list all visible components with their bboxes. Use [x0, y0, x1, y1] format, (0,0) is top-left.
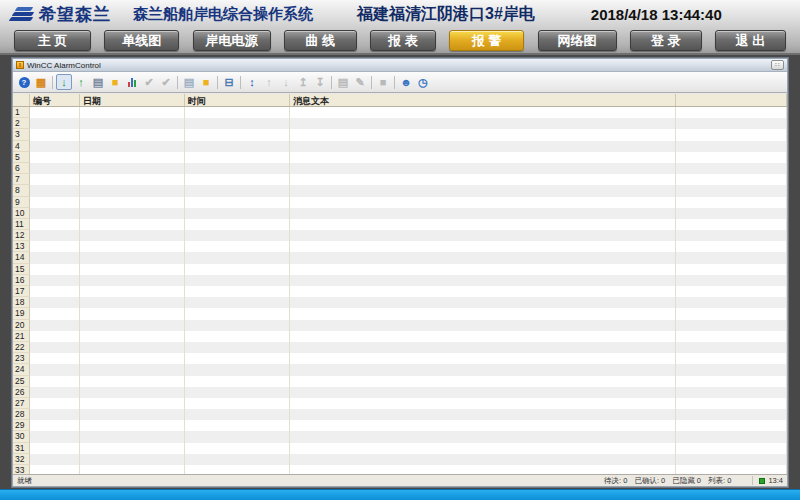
table-row[interactable]: 25	[13, 376, 787, 387]
cell-time	[185, 443, 290, 454]
selection-icon[interactable]: ✎	[352, 74, 368, 90]
cell-number	[30, 465, 80, 474]
cell-number	[30, 185, 80, 196]
bottom-taskbar	[0, 489, 800, 500]
table-row[interactable]: 24	[13, 364, 787, 375]
window-options-button[interactable]: ∷	[771, 60, 784, 70]
cell-date	[80, 431, 185, 442]
lock-list-icon[interactable]: ■	[107, 74, 123, 90]
table-row[interactable]: 32	[13, 454, 787, 465]
row-number-cell: 22	[13, 342, 30, 353]
cell-date	[80, 465, 185, 474]
lock-dialog-icon[interactable]: ■	[198, 74, 214, 90]
table-row[interactable]: 14	[13, 252, 787, 263]
table-row[interactable]: 7	[13, 174, 787, 185]
cell-filler	[676, 420, 787, 431]
previous-message-glyph: ↧	[315, 77, 324, 88]
nav-button-network-diagram[interactable]: 网络图	[538, 30, 617, 51]
table-row[interactable]: 18	[13, 297, 787, 308]
cell-filler	[676, 152, 787, 163]
cell-time	[185, 208, 290, 219]
last-message-icon[interactable]: ↓	[278, 74, 294, 90]
nav-button-curve[interactable]: 曲 线	[284, 30, 357, 51]
column-header-message-text[interactable]: 消息文本	[290, 94, 676, 106]
comments-icon[interactable]: ▤	[335, 74, 351, 90]
cell-message-text	[290, 230, 676, 241]
cell-number	[30, 297, 80, 308]
table-row[interactable]: 20	[13, 320, 787, 331]
table-row[interactable]: 1	[13, 107, 787, 118]
message-list-icon[interactable]: ↓	[56, 74, 72, 90]
cell-filler	[676, 364, 787, 375]
row-number-cell: 8	[13, 185, 30, 196]
cell-message-text	[290, 107, 676, 118]
configuration-icon[interactable]: ▦	[33, 74, 49, 90]
previous-message-icon[interactable]: ↧	[312, 74, 328, 90]
column-header-date[interactable]: 日期	[80, 94, 185, 106]
table-row[interactable]: 30	[13, 431, 787, 442]
table-row[interactable]: 4	[13, 141, 787, 152]
alarm-window-titlebar[interactable]: ! WinCC AlarmControl ∷	[13, 59, 787, 72]
table-row[interactable]: 13	[13, 241, 787, 252]
cell-message-text	[290, 208, 676, 219]
nav-button-single-line-diagram[interactable]: 单线图	[104, 30, 179, 51]
acknowledge-icon[interactable]: ✔	[141, 74, 157, 90]
table-row[interactable]: 3	[13, 129, 787, 140]
group-acknowledge-icon[interactable]: ✔	[158, 74, 174, 90]
column-header-number[interactable]: 编号	[30, 94, 80, 106]
table-row[interactable]: 31	[13, 443, 787, 454]
table-row[interactable]: 28	[13, 409, 787, 420]
nav-button-home[interactable]: 主 页	[14, 30, 91, 51]
cell-time	[185, 398, 290, 409]
help-icon[interactable]: ?	[16, 74, 32, 90]
table-row[interactable]: 27	[13, 398, 787, 409]
configuration-glyph: ▦	[36, 77, 46, 88]
nav-button-report[interactable]: 报 表	[370, 30, 436, 51]
time-base-icon[interactable]: ◷	[415, 74, 431, 90]
table-row[interactable]: 12	[13, 230, 787, 241]
cell-number	[30, 219, 80, 230]
table-row[interactable]: 8	[13, 185, 787, 196]
emergency-acknowledge-icon[interactable]: ☻	[398, 74, 414, 90]
table-row[interactable]: 16	[13, 275, 787, 286]
table-row[interactable]: 23	[13, 353, 787, 364]
column-header-time[interactable]: 时间	[185, 94, 290, 106]
long-term-archive-icon[interactable]: ▤	[90, 74, 106, 90]
statusbar-counters: 待决: 0已确认: 0已隐藏 0列表: 013:4	[604, 476, 783, 486]
column-header-row-number[interactable]	[13, 94, 30, 106]
info-text-icon[interactable]: ▤	[181, 74, 197, 90]
cell-message-text	[290, 152, 676, 163]
nav-button-shore-power-supply[interactable]: 岸电电源	[193, 30, 271, 51]
cell-date	[80, 219, 185, 230]
next-message-icon[interactable]: ↥	[295, 74, 311, 90]
lock-icon[interactable]: ■	[375, 74, 391, 90]
table-row[interactable]: 26	[13, 387, 787, 398]
table-row[interactable]: 5	[13, 152, 787, 163]
table-row[interactable]: 10	[13, 208, 787, 219]
table-row[interactable]: 21	[13, 331, 787, 342]
table-row[interactable]: 33	[13, 465, 787, 474]
print-icon[interactable]: ⊟	[221, 74, 237, 90]
alarm-toolbar: ?▦↓↑▤■✔✔▤■⊟↕↑↓↥↧▤✎■☻◷	[13, 72, 787, 93]
toolbar-separator	[217, 76, 218, 89]
short-term-archive-icon[interactable]: ↑	[73, 74, 89, 90]
status-list: 列表: 0	[708, 476, 731, 486]
table-row[interactable]: 15	[13, 264, 787, 275]
table-row[interactable]: 29	[13, 420, 787, 431]
first-message-icon[interactable]: ↑	[261, 74, 277, 90]
statistics-icon[interactable]	[124, 74, 140, 90]
column-header-filler[interactable]	[676, 94, 787, 106]
table-row[interactable]: 6	[13, 163, 787, 174]
nav-button-login[interactable]: 登 录	[630, 30, 702, 51]
row-number-cell: 14	[13, 252, 30, 263]
nav-button-alarm[interactable]: 报 警	[449, 30, 524, 51]
table-row[interactable]: 17	[13, 286, 787, 297]
table-row[interactable]: 22	[13, 342, 787, 353]
table-row[interactable]: 9	[13, 197, 787, 208]
cell-date	[80, 230, 185, 241]
table-row[interactable]: 2	[13, 118, 787, 129]
autoscroll-icon[interactable]: ↕	[244, 74, 260, 90]
nav-button-exit[interactable]: 退 出	[715, 30, 786, 51]
table-row[interactable]: 19	[13, 308, 787, 319]
table-row[interactable]: 11	[13, 219, 787, 230]
